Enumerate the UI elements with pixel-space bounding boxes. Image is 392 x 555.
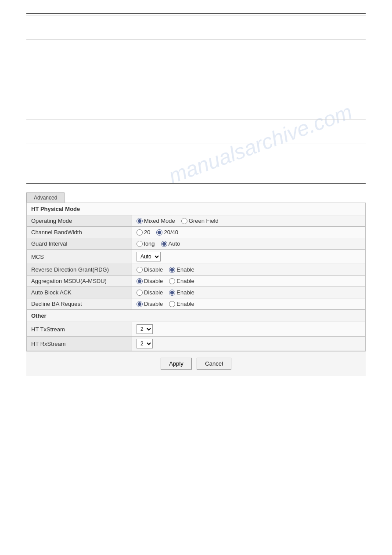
- decline-ba-radio-group: Disable Enable: [137, 301, 361, 307]
- ht-physical-mode-header-row: HT Physical Mode: [27, 203, 366, 215]
- channel-bandwidth-radio-group: 20 20/40: [137, 229, 361, 236]
- rdg-radio-group: Disable Enable: [137, 266, 361, 273]
- amsdu-enable-text: Enable: [176, 278, 194, 284]
- auto-block-ack-enable-label[interactable]: Enable: [169, 289, 194, 296]
- section-block-5: [26, 120, 366, 144]
- button-row: Apply Cancel: [26, 351, 366, 376]
- other-header: Other: [27, 310, 366, 322]
- operating-mode-mixed-label[interactable]: Mixed Mode: [137, 218, 175, 224]
- guard-interval-row: Guard Interval long Auto: [27, 238, 366, 250]
- amsdu-disable-label[interactable]: Disable: [137, 278, 163, 284]
- guard-interval-auto-label[interactable]: Auto: [161, 240, 180, 247]
- rdg-row: Reverse Direction Grant(RDG) Disable Ena…: [27, 264, 366, 276]
- rdg-disable-text: Disable: [144, 266, 163, 273]
- channel-bw-20-label[interactable]: 20: [137, 229, 150, 236]
- ht-txstream-row: HT TxStream 1 2 3: [27, 322, 366, 337]
- ht-rxstream-controls: 1 2 3: [132, 337, 366, 351]
- guard-interval-long-radio[interactable]: [137, 241, 143, 247]
- guard-interval-long-label[interactable]: long: [137, 240, 155, 247]
- auto-block-ack-disable-label[interactable]: Disable: [137, 289, 163, 296]
- decline-ba-disable-text: Disable: [144, 301, 163, 307]
- bottom-section: Advanced HT Physical Mode Operating Mode…: [26, 192, 366, 376]
- rdg-disable-label[interactable]: Disable: [137, 266, 163, 273]
- auto-block-ack-radio-group: Disable Enable: [137, 289, 361, 296]
- amsdu-label: Aggregation MSDU(A-MSDU): [27, 276, 132, 287]
- auto-block-ack-disable-text: Disable: [144, 289, 163, 296]
- channel-bw-2040-radio[interactable]: [156, 229, 162, 236]
- channel-bw-20-text: 20: [144, 229, 150, 236]
- operating-mode-label: Operating Mode: [27, 215, 132, 227]
- amsdu-enable-radio[interactable]: [169, 278, 175, 284]
- decline-ba-row: Decline BA Request Disable Enable: [27, 298, 366, 310]
- guard-interval-auto-radio[interactable]: [161, 241, 167, 247]
- section-block-1: [26, 15, 366, 40]
- auto-block-ack-disable-radio[interactable]: [137, 290, 143, 296]
- mcs-controls: Auto: [132, 250, 366, 264]
- operating-mode-green-text: Green Field: [189, 218, 219, 224]
- rdg-enable-text: Enable: [176, 266, 194, 273]
- rdg-enable-radio[interactable]: [169, 267, 175, 273]
- rdg-disable-radio[interactable]: [137, 267, 143, 273]
- decline-ba-enable-text: Enable: [176, 301, 194, 307]
- auto-block-ack-row: Auto Block ACK Disable Enable: [27, 287, 366, 298]
- channel-bw-20-radio[interactable]: [137, 229, 143, 236]
- auto-block-ack-label: Auto Block ACK: [27, 287, 132, 298]
- auto-block-ack-controls: Disable Enable: [132, 287, 366, 298]
- amsdu-disable-radio[interactable]: [137, 278, 143, 284]
- guard-interval-label: Guard Interval: [27, 238, 132, 250]
- operating-mode-green-radio[interactable]: [181, 218, 187, 224]
- section-block-6: [26, 144, 366, 184]
- decline-ba-label: Decline BA Request: [27, 298, 132, 310]
- ht-rxstream-label: HT RxStream: [27, 337, 132, 351]
- guard-interval-auto-text: Auto: [169, 240, 180, 247]
- rdg-controls: Disable Enable: [132, 264, 366, 276]
- channel-bw-2040-label[interactable]: 20/40: [156, 229, 178, 236]
- apply-button[interactable]: Apply: [161, 358, 192, 370]
- operating-mode-row: Operating Mode Mixed Mode Green Field: [27, 215, 366, 227]
- amsdu-disable-text: Disable: [144, 278, 163, 284]
- mcs-select[interactable]: Auto: [137, 252, 161, 261]
- ht-physical-mode-header: HT Physical Mode: [27, 203, 366, 215]
- guard-interval-long-text: long: [144, 240, 155, 247]
- section-block-3: [26, 56, 366, 89]
- section-block-4: [26, 89, 366, 120]
- amsdu-row: Aggregation MSDU(A-MSDU) Disable Enable: [27, 276, 366, 287]
- advanced-tab[interactable]: Advanced: [26, 192, 65, 203]
- rdg-label: Reverse Direction Grant(RDG): [27, 264, 132, 276]
- amsdu-radio-group: Disable Enable: [137, 278, 361, 284]
- top-rule-thick: [26, 13, 366, 14]
- decline-ba-enable-label[interactable]: Enable: [169, 301, 194, 307]
- ht-txstream-controls: 1 2 3: [132, 322, 366, 337]
- guard-interval-controls: long Auto: [132, 238, 366, 250]
- other-header-row: Other: [27, 310, 366, 322]
- operating-mode-radio-group: Mixed Mode Green Field: [137, 218, 361, 224]
- auto-block-ack-enable-text: Enable: [176, 289, 194, 296]
- ht-txstream-select[interactable]: 1 2 3: [137, 324, 153, 334]
- amsdu-controls: Disable Enable: [132, 276, 366, 287]
- mcs-label: MCS: [27, 250, 132, 264]
- decline-ba-disable-label[interactable]: Disable: [137, 301, 163, 307]
- cancel-button[interactable]: Cancel: [197, 358, 231, 370]
- operating-mode-controls: Mixed Mode Green Field: [132, 215, 366, 227]
- rdg-enable-label[interactable]: Enable: [169, 266, 194, 273]
- ht-txstream-label: HT TxStream: [27, 322, 132, 337]
- operating-mode-mixed-radio[interactable]: [137, 218, 143, 224]
- operating-mode-green-label[interactable]: Green Field: [181, 218, 219, 224]
- channel-bw-2040-text: 20/40: [164, 229, 178, 236]
- mcs-row: MCS Auto: [27, 250, 366, 264]
- ht-rxstream-select[interactable]: 1 2 3: [137, 339, 153, 348]
- operating-mode-mixed-text: Mixed Mode: [144, 218, 175, 224]
- guard-interval-radio-group: long Auto: [137, 240, 361, 247]
- channel-bandwidth-label: Channel BandWidth: [27, 227, 132, 238]
- channel-bandwidth-controls: 20 20/40: [132, 227, 366, 238]
- decline-ba-disable-radio[interactable]: [137, 301, 143, 307]
- section-block-2: [26, 40, 366, 56]
- ht-physical-mode-table: HT Physical Mode Operating Mode Mixed Mo…: [26, 203, 366, 351]
- decline-ba-enable-radio[interactable]: [169, 301, 175, 307]
- auto-block-ack-enable-radio[interactable]: [169, 290, 175, 296]
- channel-bandwidth-row: Channel BandWidth 20 20/40: [27, 227, 366, 238]
- ht-rxstream-row: HT RxStream 1 2 3: [27, 337, 366, 351]
- amsdu-enable-label[interactable]: Enable: [169, 278, 194, 284]
- decline-ba-controls: Disable Enable: [132, 298, 366, 310]
